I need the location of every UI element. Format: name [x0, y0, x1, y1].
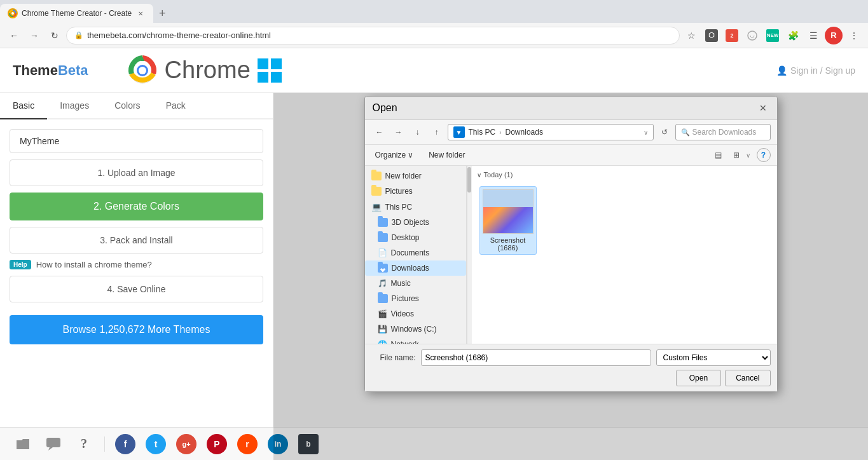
path-arrow: ▼ — [453, 126, 465, 138]
filename-input[interactable] — [421, 349, 651, 366]
tab-images[interactable]: Images — [47, 93, 102, 119]
organize-btn[interactable]: Organize ∨ — [371, 149, 418, 161]
tab-basic[interactable]: Basic — [0, 93, 47, 119]
dialog-up-dir-btn[interactable]: ↑ — [429, 125, 445, 140]
ext-puzzle-btn[interactable]: 🧩 — [784, 27, 802, 44]
generate-colors-btn[interactable]: 2. Generate Colors — [10, 193, 263, 220]
footer-chat-icon[interactable] — [43, 434, 64, 454]
sidebar-label-network: Network — [391, 340, 419, 344]
dialog-up-btn[interactable]: ↓ — [410, 125, 426, 140]
browse-themes-btn[interactable]: Browse 1,250,672 More Themes — [10, 315, 263, 344]
pictures-icon — [378, 294, 388, 303]
ext-btn-2[interactable]: 2 — [723, 27, 741, 44]
new-folder-btn[interactable]: New folder — [424, 149, 470, 161]
sidebar-item-this-pc[interactable]: 💻 This PC — [365, 199, 466, 215]
footer-folder-icon[interactable] — [13, 434, 33, 454]
sidebar-item-desktop[interactable]: Desktop — [365, 230, 466, 245]
address-bar[interactable]: 🔒 themebeta.com/chrome-theme-creator-onl… — [66, 27, 680, 44]
filetype-select[interactable]: Custom Files — [656, 349, 771, 366]
forward-btn[interactable]: → — [25, 27, 43, 44]
save-online-btn[interactable]: 4. Save Online — [10, 276, 263, 302]
sign-in-btn[interactable]: 👤 Sign in / Sign up — [776, 65, 855, 76]
help-row: Help How to install a chrome theme? — [10, 260, 263, 269]
sidebar-label-videos: Videos — [391, 309, 414, 318]
organize-label: Organize — [375, 151, 406, 159]
tab-close-btn[interactable]: ✕ — [135, 8, 146, 18]
filename-label: File name: — [371, 353, 416, 362]
tab-bar: Chrome Theme Creator - Create ✕ + — [0, 0, 868, 23]
upload-image-btn[interactable]: 1. Upload an Image — [10, 159, 263, 186]
sidebar-item-documents[interactable]: 📄 Documents — [365, 245, 466, 260]
sidebar-item-music[interactable]: 🎵 Music — [365, 276, 466, 291]
sidebar-label-music: Music — [391, 279, 411, 288]
dialog-search[interactable]: 🔍 Search Downloads — [675, 124, 771, 140]
social-reddit[interactable]: r — [237, 434, 258, 454]
file-items-grid: Screenshot (1686) — [477, 184, 772, 257]
sidebar-label-downloads: Downloads — [392, 264, 429, 273]
theme-name-input[interactable] — [10, 129, 263, 153]
sidebar-item-network[interactable]: 🌐 Network — [365, 337, 466, 344]
path-chevron-2: ∨ — [644, 129, 648, 136]
sidebar-item-3d-objects[interactable]: 3D Objects — [365, 215, 466, 230]
social-facebook[interactable]: f — [115, 434, 135, 454]
bookmark-btn[interactable]: ☆ — [682, 27, 700, 44]
file-thumbnail — [483, 189, 534, 234]
dialog-cancel-btn[interactable]: Cancel — [725, 370, 770, 386]
dialog-open-btn[interactable]: Open — [676, 370, 721, 386]
footer-divider — [104, 436, 105, 452]
tab-colors[interactable]: Colors — [102, 93, 153, 119]
chrome-logo-svg — [127, 55, 158, 86]
view-list-btn[interactable]: ▤ — [710, 147, 727, 163]
toolbar-extensions: ☆ ⬡ 2 NEW 🧩 ☰ R ⋮ — [682, 27, 863, 44]
path-downloads: Downloads — [506, 128, 543, 137]
sidebar-item-new-folder[interactable]: New folder — [365, 168, 466, 184]
active-tab[interactable]: Chrome Theme Creator - Create ✕ — [0, 4, 153, 23]
panel-content: 1. Upload an Image 2. Generate Colors 3.… — [0, 119, 273, 354]
sidebar-item-pictures-top[interactable]: Pictures — [365, 184, 466, 199]
dialog-help-btn[interactable]: ? — [757, 148, 771, 162]
sidebar-item-pictures[interactable]: Pictures — [365, 291, 466, 306]
pack-install-btn[interactable]: 3. Pack and Install — [10, 227, 263, 254]
path-chevron-1: › — [499, 129, 501, 136]
dialog-refresh-btn[interactable]: ↺ — [656, 125, 673, 140]
dialog-back-btn[interactable]: ← — [371, 125, 388, 140]
windows-c-icon: 💾 — [378, 325, 387, 334]
ext-btn-5[interactable]: ☰ — [804, 27, 822, 44]
sidebar-item-windows-c[interactable]: 💾 Windows (C:) — [365, 321, 466, 337]
address-text: themebeta.com/chrome-theme-creator-onlin… — [87, 30, 271, 40]
dialog-title: Open — [373, 102, 397, 114]
dialog-forward-btn[interactable]: → — [390, 125, 407, 140]
view-details-btn[interactable]: ⊞ — [728, 147, 745, 163]
downloads-icon — [378, 264, 388, 273]
ext-btn-4[interactable]: NEW — [764, 27, 782, 44]
tab-pack[interactable]: Pack — [153, 93, 198, 119]
footer-help-icon[interactable]: ? — [74, 434, 94, 454]
dialog-toolbar: ← → ↓ ↑ ▼ This PC › Downloads ∨ ↺ — [365, 120, 777, 145]
browser-toolbar: ← → ↻ 🔒 themebeta.com/chrome-theme-creat… — [0, 23, 868, 48]
dialog-close-btn[interactable]: ✕ — [757, 102, 769, 114]
right-panel: Background Image: centerleftright bottom… — [273, 93, 868, 460]
sidebar-label-this-pc: This PC — [385, 203, 413, 212]
back-btn[interactable]: ← — [5, 27, 23, 44]
svg-rect-7 — [258, 58, 268, 69]
pictures-top-icon — [371, 187, 382, 196]
profile-btn[interactable]: R — [825, 27, 843, 44]
main-layout: Basic Images Colors Pack 1. Upload an Im… — [0, 93, 868, 460]
sidebar-item-downloads[interactable]: Downloads — [365, 260, 466, 276]
chrome-title: Chrome — [165, 57, 251, 84]
sidebar-label-3d: 3D Objects — [392, 218, 429, 227]
filename-row: File name: Custom Files — [371, 349, 771, 366]
social-google-plus[interactable]: g+ — [176, 434, 196, 454]
menu-btn[interactable]: ⋮ — [845, 27, 863, 44]
this-pc-icon: 💻 — [371, 202, 382, 212]
windows-logo — [257, 58, 282, 83]
ext-btn-3[interactable] — [743, 27, 761, 44]
file-item-screenshot[interactable]: Screenshot (1686) — [479, 186, 537, 255]
ext-btn-1[interactable]: ⬡ — [703, 27, 720, 44]
sidebar-item-videos[interactable]: 🎬 Videos — [365, 306, 466, 321]
new-tab-btn[interactable]: + — [153, 4, 171, 22]
refresh-btn[interactable]: ↻ — [46, 27, 64, 44]
social-pinterest[interactable]: P — [207, 434, 227, 454]
sidebar-scrollbar[interactable] — [467, 166, 472, 344]
social-twitter[interactable]: t — [146, 434, 166, 454]
